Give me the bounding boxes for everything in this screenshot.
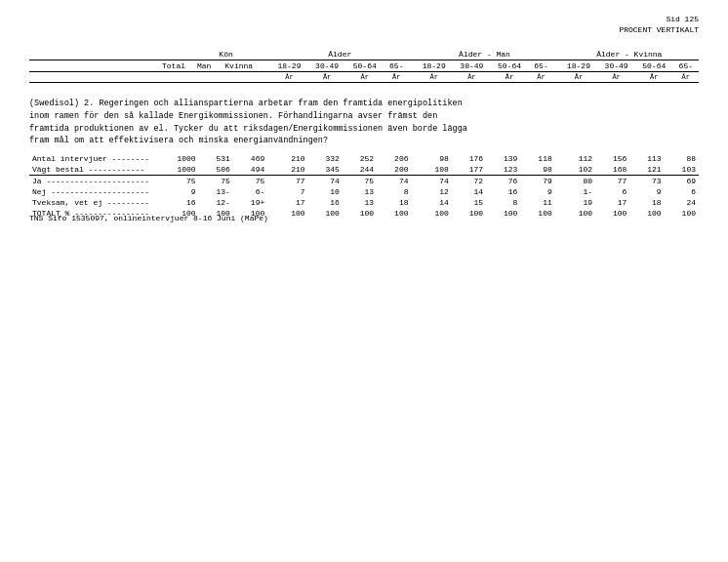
table-row: Antal intervjuer --------100053146921033… xyxy=(29,153,699,164)
cell-value: 80 xyxy=(561,176,595,187)
am3049-col-header: 30-49 xyxy=(453,60,491,72)
cell-value: 18 xyxy=(377,197,411,208)
cell-value: 15 xyxy=(452,197,486,208)
page: Sid 125 PROCENT VERTIKALT Kön Ålder Ålde… xyxy=(0,0,728,238)
cell-value: 77 xyxy=(595,176,629,187)
cell-value: 100 xyxy=(417,208,451,219)
cell-value: 206 xyxy=(377,153,411,164)
cell-value: 16 xyxy=(308,197,343,208)
cell-value: 24 xyxy=(665,197,699,208)
cell-value: 113 xyxy=(629,153,664,164)
data-table: Antal intervjuer --------100053146921033… xyxy=(29,153,699,219)
cell-value: 139 xyxy=(486,153,520,164)
cell-value: 75 xyxy=(156,176,199,187)
cell-value: 332 xyxy=(308,153,343,164)
cell-value: 494 xyxy=(233,164,267,176)
cell-value: 103 xyxy=(665,164,699,176)
cell-value: 244 xyxy=(343,164,377,176)
a65-col-header: 65- xyxy=(384,60,409,72)
alder-header: Ålder xyxy=(270,49,409,60)
cell-value: 76 xyxy=(486,176,520,187)
page-info: Sid 125 PROCENT VERTIKALT xyxy=(619,14,699,35)
cell-value: 9 xyxy=(629,186,664,197)
cell-value: 19+ xyxy=(233,197,267,208)
column-headers-table: Kön Ålder Ålder - Man Ålder - Kvinna Tot… xyxy=(29,49,699,88)
page-number: Sid 125 xyxy=(619,14,699,24)
cell-value: 168 xyxy=(595,164,629,176)
cell-value: 18 xyxy=(629,197,664,208)
cell-value: 100 xyxy=(561,208,595,219)
am1829-col-header: 18-29 xyxy=(415,60,453,72)
cell-value: 74 xyxy=(377,176,411,187)
alder-man-header: Ålder - Man xyxy=(415,49,553,60)
cell-value: 6 xyxy=(595,186,629,197)
cell-value: 14 xyxy=(452,186,486,197)
cell-value: 74 xyxy=(417,176,451,187)
cell-value: 252 xyxy=(343,153,377,164)
cell-value: 176 xyxy=(452,153,486,164)
cell-value: 98 xyxy=(417,153,451,164)
cell-value: 100 xyxy=(452,208,486,219)
cell-value: 100 xyxy=(665,208,699,219)
row-label: Nej --------------------- xyxy=(29,186,156,197)
cell-value: 88 xyxy=(665,153,699,164)
cell-value: 16 xyxy=(156,197,199,208)
alder-kvinna-header: Ålder - Kvinna xyxy=(560,49,699,60)
row-label: Vägt bestal ------------ xyxy=(29,164,156,176)
table-row: Ja ----------------------757575777475747… xyxy=(29,176,699,187)
cell-value: 75 xyxy=(199,176,233,187)
cell-value: 10 xyxy=(308,186,343,197)
cell-value: 531 xyxy=(199,153,233,164)
cell-value: 177 xyxy=(452,164,486,176)
cell-value: 17 xyxy=(273,197,307,208)
cell-value: 74 xyxy=(308,176,343,187)
cell-value: 8 xyxy=(486,197,520,208)
cell-value: 98 xyxy=(520,164,554,176)
cell-value: 1000 xyxy=(156,153,199,164)
cell-value: 123 xyxy=(486,164,520,176)
cell-value: 77 xyxy=(273,176,307,187)
row-label: Ja ---------------------- xyxy=(29,176,156,187)
cell-value: 1000 xyxy=(156,164,199,176)
cell-value: 19 xyxy=(561,197,595,208)
cell-value: 11 xyxy=(520,197,554,208)
cell-value: 156 xyxy=(595,153,629,164)
am5064-col-header: 50-64 xyxy=(491,60,529,72)
cell-value: 75 xyxy=(343,176,377,187)
cell-value: 6- xyxy=(233,186,267,197)
table-row: Nej ---------------------913-6-710138121… xyxy=(29,186,699,197)
total-col-header: Total xyxy=(156,60,191,72)
cell-value: 79 xyxy=(520,176,554,187)
a1829-col-header: 18-29 xyxy=(270,60,308,72)
cell-value: 200 xyxy=(377,164,411,176)
cell-value: 118 xyxy=(520,153,554,164)
question-text: (Swedisol) 2. Regeringen och allianspart… xyxy=(29,98,537,147)
cell-value: 108 xyxy=(417,164,451,176)
cell-value: 72 xyxy=(452,176,486,187)
ak3049-col-header: 30-49 xyxy=(597,60,635,72)
row-label: Tveksam, vet ej --------- xyxy=(29,197,156,208)
column-header-group: Kön Ålder Ålder - Man Ålder - Kvinna Tot… xyxy=(29,49,699,88)
row-label: Antal intervjuer -------- xyxy=(29,153,156,164)
cell-value: 13- xyxy=(199,186,233,197)
ak1829-col-header: 18-29 xyxy=(560,60,598,72)
cell-value: 17 xyxy=(595,197,629,208)
cell-value: 7 xyxy=(273,186,307,197)
cell-value: 14 xyxy=(417,197,451,208)
cell-value: 73 xyxy=(629,176,664,187)
cell-value: 8 xyxy=(377,186,411,197)
cell-value: 9 xyxy=(520,186,554,197)
ak65-col-header: 65- xyxy=(673,60,699,72)
cell-value: 75 xyxy=(233,176,267,187)
cell-value: 102 xyxy=(561,164,595,176)
kon-header: Kön xyxy=(191,49,261,60)
table-row: Tveksam, vet ej ---------1612-19+1716131… xyxy=(29,197,699,208)
cell-value: 12 xyxy=(417,186,451,197)
cell-value: 506 xyxy=(199,164,233,176)
cell-value: 100 xyxy=(377,208,411,219)
cell-value: 69 xyxy=(665,176,699,187)
cell-value: 100 xyxy=(595,208,629,219)
cell-value: 13 xyxy=(343,197,377,208)
cell-value: 210 xyxy=(273,164,307,176)
cell-value: 100 xyxy=(308,208,343,219)
